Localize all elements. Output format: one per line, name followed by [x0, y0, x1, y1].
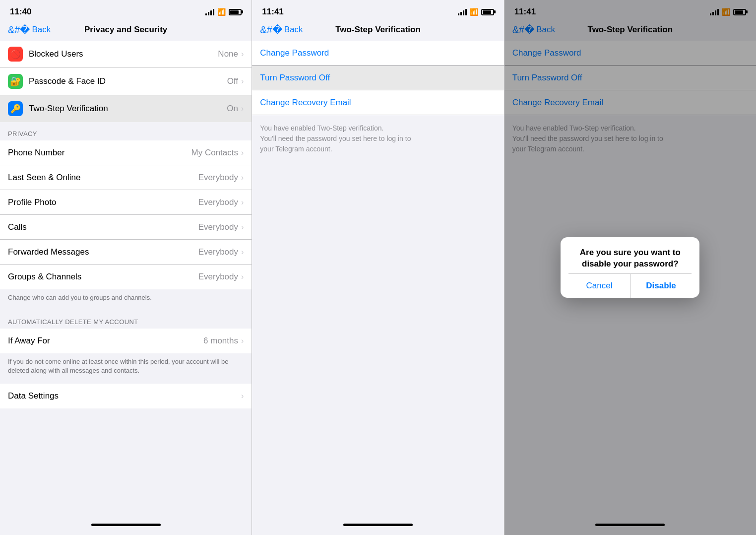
blocked-users-chevron: › — [241, 50, 244, 59]
change-recovery-email-label: Change Recovery Email — [260, 98, 351, 108]
forwarded-messages-item[interactable]: Forwarded Messages Everybody › — [0, 240, 252, 265]
wifi-icon-2: 📶 — [470, 8, 478, 16]
if-away-item[interactable]: If Away For 6 months › — [0, 329, 252, 353]
panel-disable-dialog: 11:41 📶 &#� Back Two-Step Verification C… — [504, 0, 756, 535]
if-away-chevron: › — [241, 336, 244, 345]
groups-channels-chevron: › — [241, 272, 244, 281]
last-seen-value: Everybody — [198, 173, 238, 183]
dialog-title: Are you sure you want to disable your pa… — [568, 247, 692, 269]
phone-number-label: Phone Number — [8, 148, 191, 158]
delete-section-header: AUTOMATICALLY DELETE MY ACCOUNT — [0, 310, 252, 329]
back-button-1[interactable]: &#� Back — [8, 25, 51, 35]
status-time-2: 11:41 — [262, 7, 283, 17]
tsv-description: You have enabled Two-Step verification.Y… — [252, 115, 504, 162]
panel-privacy-security: 11:40 📶 &#� Back Privacy and Security — [0, 0, 252, 535]
panel1-content: 🚫 Blocked Users None › 🔐 Passcode & Face… — [0, 41, 252, 535]
panel-two-step-verification: 11:41 📶 &#� Back Two-Step Verification — [252, 0, 504, 535]
battery-icon-1 — [229, 9, 242, 15]
dialog-buttons: Cancel Disable — [568, 273, 692, 298]
data-settings-section: Data Settings › — [0, 384, 252, 408]
phone-number-chevron: › — [241, 148, 244, 157]
last-seen-item[interactable]: Last Seen & Online Everybody › — [0, 165, 252, 190]
battery-icon-2 — [481, 9, 494, 15]
phone-number-value: My Contacts — [191, 148, 238, 158]
status-time-1: 11:40 — [10, 7, 31, 17]
two-step-icon: 🔑 — [8, 101, 23, 116]
signal-icon-2 — [458, 8, 467, 15]
status-icons-2: 📶 — [458, 8, 494, 16]
profile-photo-value: Everybody — [198, 198, 238, 207]
nav-bar-2: &#� Back Two-Step Verification — [252, 21, 504, 41]
two-step-chevron: › — [241, 104, 244, 113]
privacy-section: Phone Number My Contacts › Last Seen & O… — [0, 140, 252, 289]
forwarded-messages-label: Forwarded Messages — [8, 247, 198, 257]
change-password-label: Change Password — [260, 48, 329, 58]
home-indicator-1 — [91, 524, 161, 526]
blocked-users-icon: 🚫 — [8, 47, 23, 62]
back-button-2[interactable]: &#� Back — [260, 25, 303, 35]
blocked-users-label: Blocked Users — [29, 49, 218, 59]
dialog-overlay: Are you sure you want to disable your pa… — [504, 0, 756, 535]
status-icons-1: 📶 — [205, 8, 242, 16]
tsv-description-text: You have enabled Two-Step verification.Y… — [260, 124, 411, 153]
blocked-users-item[interactable]: 🚫 Blocked Users None › — [0, 41, 252, 68]
groups-channels-label: Groups & Channels — [8, 272, 198, 282]
passcode-icon: 🔐 — [8, 74, 23, 89]
passcode-label: Passcode & Face ID — [29, 76, 227, 86]
calls-value: Everybody — [198, 222, 238, 232]
calls-chevron: › — [241, 223, 244, 232]
wifi-icon-1: 📶 — [217, 8, 226, 16]
groups-channels-item[interactable]: Groups & Channels Everybody › — [0, 265, 252, 289]
delete-section-footer: If you do not come online at least once … — [0, 353, 252, 383]
nav-title-1: Privacy and Security — [84, 25, 167, 35]
dialog-disable-button[interactable]: Disable — [630, 274, 692, 298]
turn-password-off-item[interactable]: Turn Password Off — [252, 66, 504, 90]
home-indicator-2 — [343, 524, 413, 526]
last-seen-label: Last Seen & Online — [8, 173, 198, 183]
phone-number-item[interactable]: Phone Number My Contacts › — [0, 140, 252, 165]
blocked-users-value: None — [218, 49, 238, 59]
data-settings-label: Data Settings — [8, 391, 241, 401]
groups-channels-value: Everybody — [198, 272, 238, 282]
if-away-label: If Away For — [8, 336, 203, 346]
last-seen-chevron: › — [241, 173, 244, 182]
disable-password-dialog: Are you sure you want to disable your pa… — [561, 237, 699, 297]
profile-photo-item[interactable]: Profile Photo Everybody › — [0, 190, 252, 215]
if-away-value: 6 months — [203, 336, 238, 346]
status-bar-1: 11:40 📶 — [0, 0, 252, 21]
dialog-cancel-button[interactable]: Cancel — [568, 274, 630, 298]
change-recovery-email-item[interactable]: Change Recovery Email — [252, 90, 504, 115]
signal-icon-1 — [205, 8, 214, 15]
delete-section: If Away For 6 months › — [0, 329, 252, 353]
data-settings-chevron: › — [241, 392, 244, 401]
back-label-1: Back — [32, 25, 51, 35]
privacy-section-header: PRIVACY — [0, 122, 252, 140]
two-step-item[interactable]: 🔑 Two-Step Verification On › — [0, 95, 252, 122]
passcode-chevron: › — [241, 77, 244, 86]
passcode-value: Off — [227, 76, 238, 86]
forwarded-messages-value: Everybody — [198, 247, 238, 257]
two-step-value: On — [227, 104, 238, 114]
data-settings-item[interactable]: Data Settings › — [0, 384, 252, 408]
turn-password-off-label: Turn Password Off — [260, 73, 330, 83]
back-chevron-2: &#� — [260, 25, 282, 35]
privacy-section-footer: Change who can add you to groups and cha… — [0, 289, 252, 310]
calls-item[interactable]: Calls Everybody › — [0, 215, 252, 240]
calls-label: Calls — [8, 222, 198, 232]
change-password-item[interactable]: Change Password — [252, 41, 504, 66]
top-settings-section: 🚫 Blocked Users None › 🔐 Passcode & Face… — [0, 41, 252, 122]
forwarded-messages-chevron: › — [241, 248, 244, 257]
panel2-content: Change Password Turn Password Off Change… — [252, 41, 504, 535]
nav-title-2: Two-Step Verification — [335, 25, 421, 35]
profile-photo-chevron: › — [241, 198, 244, 207]
nav-bar-1: &#� Back Privacy and Security — [0, 21, 252, 41]
profile-photo-label: Profile Photo — [8, 198, 198, 207]
tsv-settings-section: Change Password Turn Password Off Change… — [252, 41, 504, 115]
two-step-label: Two-Step Verification — [29, 104, 227, 114]
status-bar-2: 11:41 📶 — [252, 0, 504, 21]
back-label-2: Back — [284, 25, 303, 35]
back-chevron-1: &#� — [8, 25, 30, 35]
passcode-faceid-item[interactable]: 🔐 Passcode & Face ID Off › — [0, 68, 252, 95]
